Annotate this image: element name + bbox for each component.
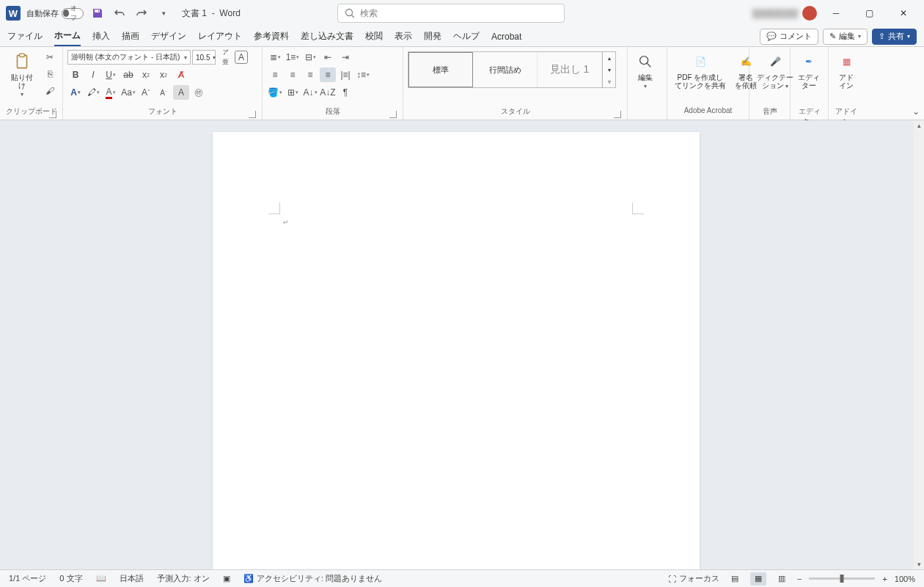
zoom-out-button[interactable]: − <box>797 575 802 583</box>
superscript-button[interactable]: x2 <box>155 68 172 82</box>
shading-icon[interactable]: 🪣▾ <box>267 85 283 100</box>
shrink-font-icon[interactable]: A˅ <box>155 85 172 100</box>
styles-gallery[interactable]: 標準 行間詰め 見出し 1 ▴ ▾ ▿ <box>408 51 616 88</box>
decrease-indent-icon[interactable]: ⇤ <box>320 50 336 65</box>
language-status[interactable]: 日本語 <box>120 573 144 584</box>
scroll-down-icon[interactable]: ▾ <box>914 559 924 569</box>
vertical-scrollbar[interactable]: ▴ ▾ <box>914 120 924 569</box>
style-normal[interactable]: 標準 <box>408 52 473 87</box>
addin-button[interactable]: ▦ アド イン <box>833 50 859 91</box>
scroll-up-icon[interactable]: ▴ <box>914 120 924 131</box>
spellcheck-icon[interactable]: 📖 <box>96 574 106 583</box>
styles-down-icon[interactable]: ▾ <box>603 64 615 76</box>
macro-icon[interactable]: ▣ <box>223 574 230 583</box>
focus-mode-button[interactable]: ⛶ フォーカス <box>668 573 719 584</box>
read-mode-icon[interactable]: ▤ <box>727 572 743 586</box>
search-input[interactable]: 検索 <box>337 4 565 23</box>
cut-icon[interactable]: ✂ <box>42 50 58 65</box>
accessibility-status[interactable]: ♿ アクセシビリティ: 問題ありません <box>243 573 382 584</box>
minimize-icon[interactable]: ─ <box>821 3 851 23</box>
styles-launcher[interactable] <box>614 111 621 118</box>
tab-references[interactable]: 参考資料 <box>254 27 289 45</box>
justify-icon[interactable]: ≡ <box>320 68 336 82</box>
user-avatar[interactable] <box>802 6 817 21</box>
enclose-char-icon[interactable]: ㊕ <box>191 85 207 100</box>
save-icon[interactable] <box>89 5 106 21</box>
comments-button[interactable]: 💬 コメント <box>760 29 818 45</box>
underline-button[interactable]: U▾ <box>103 68 119 82</box>
qat-more-icon[interactable]: ▾ <box>155 5 172 21</box>
char-border-icon[interactable]: A <box>235 51 248 64</box>
editing-mode-button[interactable]: ✎ 編集 ▾ <box>823 29 868 45</box>
strikethrough-button[interactable]: ab <box>120 68 136 82</box>
show-marks-icon[interactable]: ¶ <box>337 85 353 100</box>
tab-draw[interactable]: 描画 <box>122 27 139 45</box>
char-shading-icon[interactable]: A <box>173 85 189 100</box>
tab-home[interactable]: ホーム <box>54 26 81 46</box>
editor-button[interactable]: ✒ エディ ター <box>795 50 823 91</box>
bullets-icon[interactable]: ≣▾ <box>267 50 283 65</box>
sort-icon[interactable]: A↓▾ <box>302 85 318 100</box>
collapse-ribbon-icon[interactable]: ⌄ <box>912 106 920 117</box>
grow-font-icon[interactable]: A˄ <box>138 85 154 100</box>
tab-view[interactable]: 表示 <box>395 27 412 45</box>
align-right-icon[interactable]: ≡ <box>302 68 318 82</box>
align-center-icon[interactable]: ≡ <box>285 68 301 82</box>
borders-icon[interactable]: ⊞▾ <box>285 85 301 100</box>
word-count[interactable]: 0 文字 <box>59 573 82 584</box>
font-color-icon[interactable]: A▾ <box>103 85 119 100</box>
editing-button[interactable]: 編集▾ <box>632 50 659 92</box>
tab-file[interactable]: ファイル <box>7 27 43 45</box>
format-painter-icon[interactable]: 🖌 <box>42 84 58 98</box>
line-spacing-icon[interactable]: ↕≡▾ <box>355 68 371 82</box>
close-icon[interactable]: ✕ <box>889 3 918 23</box>
increase-indent-icon[interactable]: ⇥ <box>337 50 353 65</box>
highlight-icon[interactable]: 🖍▾ <box>85 85 101 100</box>
distributed-icon[interactable]: |≡| <box>337 68 353 82</box>
tab-developer[interactable]: 開発 <box>424 27 441 45</box>
style-no-spacing[interactable]: 行間詰め <box>473 52 538 87</box>
maximize-icon[interactable]: ▢ <box>855 3 884 23</box>
text-effects-icon[interactable]: A▾ <box>67 85 84 100</box>
tab-layout[interactable]: レイアウト <box>198 27 242 45</box>
undo-icon[interactable] <box>111 5 128 21</box>
phonetic-guide-icon[interactable]: ア亜 <box>217 50 233 65</box>
styles-more-icon[interactable]: ▿ <box>603 76 615 87</box>
sort-asc-icon[interactable]: A↓Z <box>320 85 336 100</box>
autosave-toggle[interactable]: 自動保存 オフ <box>26 8 84 19</box>
toggle-switch[interactable]: オフ <box>62 8 84 19</box>
style-heading1[interactable]: 見出し 1 <box>538 52 602 87</box>
copy-icon[interactable]: ⎘ <box>42 67 58 81</box>
multilevel-icon[interactable]: ⊟▾ <box>302 50 318 65</box>
page-count[interactable]: 1/1 ページ <box>9 573 46 584</box>
zoom-slider[interactable] <box>809 577 875 580</box>
italic-button[interactable]: I <box>85 68 101 82</box>
font-name-select[interactable]: 游明朝 (本文のフォント - 日本語)▾ <box>67 50 191 65</box>
numbering-icon[interactable]: 1≡▾ <box>285 50 301 65</box>
tab-review[interactable]: 校閲 <box>365 27 383 45</box>
paste-button[interactable]: 貼り付け▾ <box>4 50 39 100</box>
tab-insert[interactable]: 挿入 <box>92 27 110 45</box>
predictive-input[interactable]: 予測入力: オン <box>157 573 210 584</box>
font-launcher[interactable] <box>249 111 256 118</box>
redo-icon[interactable] <box>133 5 150 21</box>
zoom-in-button[interactable]: + <box>882 575 887 583</box>
change-case-icon[interactable]: Aa▾ <box>120 85 136 100</box>
align-left-icon[interactable]: ≡ <box>267 68 283 82</box>
font-size-select[interactable]: 10.5▾ <box>192 50 216 65</box>
tab-design[interactable]: デザイン <box>151 27 186 45</box>
create-pdf-button[interactable]: 📄 PDF を作成し てリンクを共有 <box>672 50 729 91</box>
page[interactable]: ↵ <box>213 132 700 569</box>
tab-acrobat[interactable]: Acrobat <box>491 29 521 45</box>
styles-up-icon[interactable]: ▴ <box>603 52 615 64</box>
bold-button[interactable]: B <box>67 68 84 82</box>
paragraph-launcher[interactable] <box>389 111 397 118</box>
zoom-level[interactable]: 100% <box>895 575 915 583</box>
clipboard-launcher[interactable] <box>49 111 56 118</box>
clear-format-icon[interactable]: A̸ <box>173 68 189 82</box>
subscript-button[interactable]: x2 <box>138 68 154 82</box>
web-layout-icon[interactable]: ▥ <box>774 572 790 586</box>
share-button[interactable]: ⇪ 共有 ▾ <box>872 29 917 45</box>
tab-help[interactable]: ヘルプ <box>453 27 480 45</box>
print-layout-icon[interactable]: ▦ <box>750 572 766 586</box>
